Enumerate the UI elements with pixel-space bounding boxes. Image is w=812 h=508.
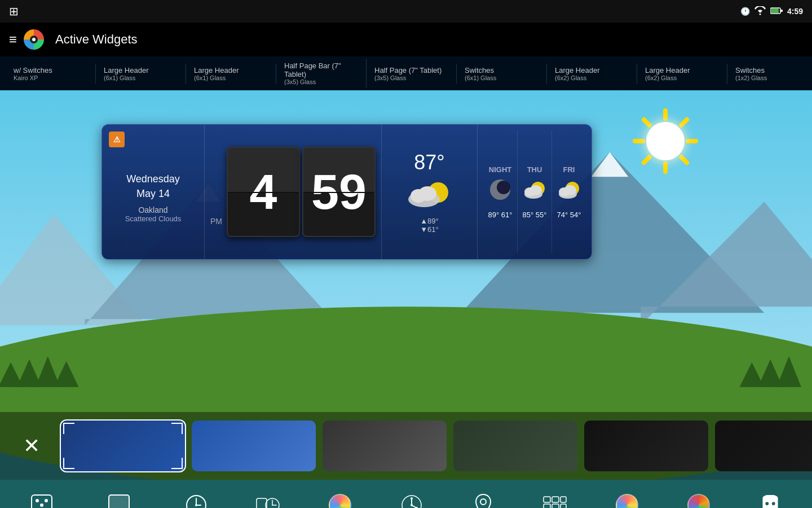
- svg-rect-67: [561, 497, 566, 502]
- svg-rect-25: [633, 139, 645, 143]
- period-label: PM: [210, 217, 222, 237]
- svg-rect-1: [771, 8, 779, 13]
- svg-point-71: [766, 502, 769, 505]
- sun-graphic: [632, 107, 699, 175]
- svg-point-47: [40, 503, 43, 507]
- background-icon: [107, 492, 131, 508]
- forecast-label-1: THU: [527, 165, 542, 174]
- toolbar-location[interactable]: Location: [461, 488, 506, 509]
- svg-point-61: [411, 504, 413, 506]
- forecast-temps-2: 74° 54°: [557, 211, 581, 219]
- forecast-label-2: FRI: [563, 165, 575, 174]
- widget-strip-item-4[interactable]: Half Page (7" Tablet)(3x5) Glass: [367, 64, 457, 84]
- location-icon: [471, 493, 496, 509]
- status-right: 🕐 4:59: [740, 6, 803, 17]
- svg-point-64: [480, 499, 486, 505]
- forecast-temps-0: 89° 61°: [488, 211, 513, 219]
- hamburger-icon: ⊞: [9, 5, 19, 18]
- weather-widget: ⚠ Wednesday May 14 Oakland Scattered Clo…: [102, 124, 592, 260]
- widget-strip-item-6[interactable]: Large Header(6x2) Glass: [547, 64, 637, 84]
- forecast-icon-2: [557, 177, 581, 207]
- text-icon: [615, 493, 639, 509]
- toolbar-font[interactable]: Font: [389, 488, 434, 509]
- toolbar-background[interactable]: Background: [91, 487, 147, 508]
- svg-rect-26: [641, 116, 652, 128]
- svg-rect-24: [641, 154, 652, 166]
- alert-icon: ⚠: [109, 132, 125, 147]
- forecast-label-0: NIGHT: [489, 165, 511, 174]
- svg-point-31: [418, 186, 436, 201]
- wifi-icon: [754, 6, 766, 17]
- svg-rect-65: [544, 497, 550, 502]
- close-skin-button[interactable]: ✕: [9, 423, 54, 468]
- svg-point-62: [411, 497, 413, 500]
- toolbar-sidebar[interactable]: Sidebar: [532, 488, 577, 509]
- widget-strip-item-1[interactable]: Large Header(6x1) Glass: [96, 64, 186, 84]
- widget-current-weather: 87° ▲89° ▼61°: [382, 125, 478, 259]
- clock2-icon: [328, 493, 352, 509]
- svg-rect-68: [544, 504, 550, 509]
- widget-condition: Scattered Clouds: [116, 214, 191, 223]
- icons-icon: [686, 493, 711, 509]
- toolbar-remove[interactable]: Remove: [748, 488, 793, 509]
- skin-thumb-6[interactable]: [715, 421, 812, 471]
- svg-rect-66: [552, 497, 559, 502]
- top-bar: ≡ Active Widgets: [0, 23, 812, 56]
- skin-thumb-4[interactable]: [453, 421, 577, 471]
- widget-forecast: NIGHT 89° 61° THU 85° 55° FRI 74° 54°: [478, 125, 592, 259]
- clock-icon: [184, 493, 209, 509]
- skin-thumb-2[interactable]: [192, 421, 316, 471]
- app-title: Active Widgets: [55, 32, 138, 47]
- current-temp: 87°: [414, 151, 444, 174]
- toolbar-random[interactable]: Random: [19, 488, 64, 509]
- minute-flip: 59: [302, 147, 376, 237]
- svg-rect-19: [663, 108, 668, 121]
- svg-point-37: [529, 185, 542, 195]
- toolbar-text[interactable]: Text: [604, 488, 650, 509]
- svg-rect-23: [663, 161, 668, 174]
- current-weather-icon: [407, 177, 452, 214]
- clockbg-icon: [255, 493, 280, 509]
- forecast-icon-1: [522, 177, 547, 207]
- widget-strip-item-3[interactable]: Half Page Bar (7" Tablet)(3x5) Glass: [276, 59, 367, 87]
- skin-thumb-3[interactable]: [323, 421, 447, 471]
- main-area: ⚠ Wednesday May 14 Oakland Scattered Clo…: [0, 90, 812, 480]
- status-bar: ⊞ 🕐 4:59: [0, 0, 812, 23]
- font-icon: [399, 493, 424, 509]
- current-high: ▲89°: [420, 217, 439, 225]
- battery-icon: [770, 7, 783, 16]
- random-icon: [29, 493, 54, 509]
- skin-thumb-1[interactable]: [61, 421, 185, 471]
- clock-status-icon: 🕐: [740, 7, 750, 16]
- svg-rect-69: [552, 504, 559, 509]
- widget-clock: PM 4 59: [205, 125, 382, 259]
- svg-rect-70: [561, 504, 566, 509]
- widget-date: Wednesday May 14: [116, 172, 191, 200]
- widget-strip-item-7[interactable]: Large Header(6x2) Glass: [637, 64, 727, 84]
- toolbar-clockbg[interactable]: Clock BG: [245, 488, 290, 509]
- forecast-day-1: THU 85° 55°: [518, 130, 552, 253]
- remove-icon: [758, 493, 783, 509]
- widget-strip-item-5[interactable]: Switches(6x1) Glass: [457, 64, 547, 84]
- skin-thumb-5[interactable]: [584, 421, 708, 471]
- svg-point-72: [772, 502, 775, 505]
- widget-strip-item-8[interactable]: Switches(1x2) Glass: [727, 64, 812, 84]
- widget-location: Oakland: [116, 205, 191, 214]
- toolbar-clock[interactable]: Clock: [174, 488, 219, 509]
- svg-point-27: [646, 122, 685, 160]
- svg-point-44: [45, 499, 48, 502]
- app-logo: [24, 29, 44, 50]
- svg-rect-20: [678, 116, 690, 128]
- widget-left-panel: ⚠ Wednesday May 14 Oakland Scattered Clo…: [102, 125, 205, 259]
- widget-strip-item-0[interactable]: w/ SwitchesKairo XP: [6, 64, 96, 84]
- widget-strip-item-2[interactable]: Large Header(6x1) Glass: [186, 64, 276, 84]
- flip-digits: PM 4 59: [210, 147, 376, 237]
- svg-rect-22: [678, 154, 690, 166]
- toolbar-clock2[interactable]: Clock: [317, 488, 363, 509]
- bottom-toolbar: Random Background Clock: [0, 480, 812, 508]
- menu-icon[interactable]: ≡: [9, 32, 17, 47]
- toolbar-icons[interactable]: Icons: [676, 488, 721, 509]
- color-wheel-clock: [329, 494, 351, 509]
- forecast-icon-0: [488, 177, 513, 207]
- skin-strip: ✕: [0, 412, 812, 480]
